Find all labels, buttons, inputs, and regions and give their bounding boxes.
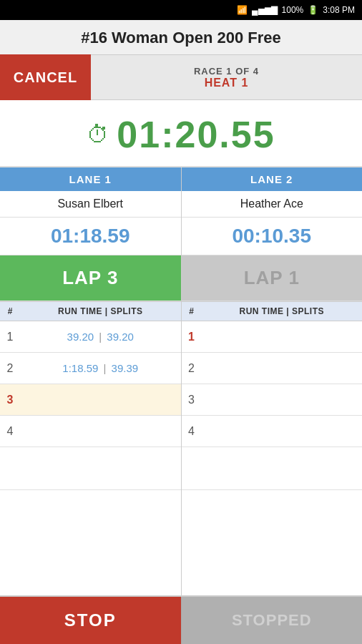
lane1-split-row-3: 3 — [0, 384, 181, 416]
lane2-split-num-4: 4 — [182, 425, 202, 438]
clock-time: 3:08 PM — [323, 5, 355, 15]
lane2-split-row-3: 3 — [182, 384, 363, 416]
lane1-run-time-1: 39.20 — [67, 331, 94, 343]
lane1-swimmer: Susan Elbert — [0, 191, 181, 218]
status-bar: 📶 ▄▅▆▇ 100% 🔋 3:08 PM — [0, 0, 362, 20]
timer-value: 01:20.55 — [117, 113, 275, 156]
splits-section: # RUN TIME | SPLITS 1 39.20 | 39.20 2 1:… — [0, 302, 362, 595]
lane1-split-num-3: 3 — [0, 394, 20, 406]
lane1-split-time-1: 39.20 — [107, 331, 134, 343]
timer-section: ⏱ 01:20.55 — [0, 100, 362, 167]
heat-label: HEAT 1 — [91, 77, 362, 89]
header-bar: CANCEL RACE 1 OF 4 HEAT 1 — [0, 54, 362, 100]
lane1-split-num-2: 2 — [0, 362, 20, 375]
lane2-lap-button: LAP 1 — [182, 255, 363, 301]
two-lane-section: LANE 1 Susan Elbert 01:18.59 LAP 3 LANE … — [0, 167, 362, 302]
signal-bars: ▄▅▆▇ — [252, 5, 278, 15]
lane1-split-num-1: 1 — [0, 331, 20, 343]
lane2-split-num-3: 3 — [182, 394, 202, 406]
lane2-header: LANE 2 — [182, 167, 363, 191]
lane1-block: LANE 1 Susan Elbert 01:18.59 LAP 3 — [0, 167, 182, 301]
lane2-split-num-2: 2 — [182, 362, 202, 375]
stop-button[interactable]: STOP — [0, 597, 182, 644]
main-content: #16 Woman Open 200 Free CANCEL RACE 1 OF… — [0, 20, 362, 644]
race-info: RACE 1 OF 4 HEAT 1 — [91, 66, 362, 89]
lane1-lap-button[interactable]: LAP 3 — [0, 255, 181, 301]
lane1-split-num-4: 4 — [0, 425, 20, 438]
lane1-time: 01:18.59 — [0, 218, 181, 255]
lane2-time: 00:10.35 — [182, 218, 363, 255]
lane1-split-data-1: 39.20 | 39.20 — [20, 331, 181, 343]
lane2-swimmer: Heather Ace — [182, 191, 363, 218]
lane2-splits-data-header: RUN TIME | SPLITS — [202, 302, 363, 321]
lane2-split-row-1: 1 — [182, 321, 363, 353]
lane1-run-time-2: 1:18.59 — [62, 362, 98, 374]
cancel-button[interactable]: CANCEL — [0, 54, 91, 100]
divider1: | — [96, 331, 104, 343]
lane1-split-row-1: 1 39.20 | 39.20 — [0, 321, 181, 353]
wifi-icon: 📶 — [237, 5, 248, 15]
lane1-split-row-4: 4 — [0, 416, 181, 447]
divider2: | — [100, 362, 109, 374]
lane2-splits-panel: # RUN TIME | SPLITS 1 2 3 4 — [182, 302, 363, 595]
lane1-splits-panel: # RUN TIME | SPLITS 1 39.20 | 39.20 2 1:… — [0, 302, 182, 595]
battery-level: 100% — [282, 5, 304, 15]
lane2-split-empty — [182, 447, 363, 490]
lane2-split-row-4: 4 — [182, 416, 363, 447]
lane1-splits-header: # RUN TIME | SPLITS — [0, 302, 181, 321]
lane2-split-num-1: 1 — [182, 331, 202, 343]
race-label: RACE 1 OF 4 — [91, 66, 362, 77]
race-title: #16 Woman Open 200 Free — [0, 20, 362, 54]
timer-icon: ⏱ — [87, 122, 109, 148]
stopped-button: STOPPED — [182, 597, 363, 644]
battery-icon: 🔋 — [308, 5, 318, 15]
lane1-splits-num-header: # — [0, 302, 20, 321]
lane1-splits-data-header: RUN TIME | SPLITS — [20, 302, 181, 321]
lane1-split-row-2: 2 1:18.59 | 39.39 — [0, 353, 181, 384]
lane2-splits-num-header: # — [182, 302, 202, 321]
lane2-split-row-2: 2 — [182, 353, 363, 384]
lane1-split-time-2: 39.39 — [112, 362, 139, 374]
lane1-split-data-2: 1:18.59 | 39.39 — [20, 362, 181, 374]
lane1-split-empty — [0, 447, 181, 490]
lane1-header: LANE 1 — [0, 167, 181, 191]
bottom-buttons: STOP STOPPED — [0, 595, 362, 644]
lane2-block: LANE 2 Heather Ace 00:10.35 LAP 1 — [182, 167, 363, 301]
lane2-splits-header: # RUN TIME | SPLITS — [182, 302, 363, 321]
